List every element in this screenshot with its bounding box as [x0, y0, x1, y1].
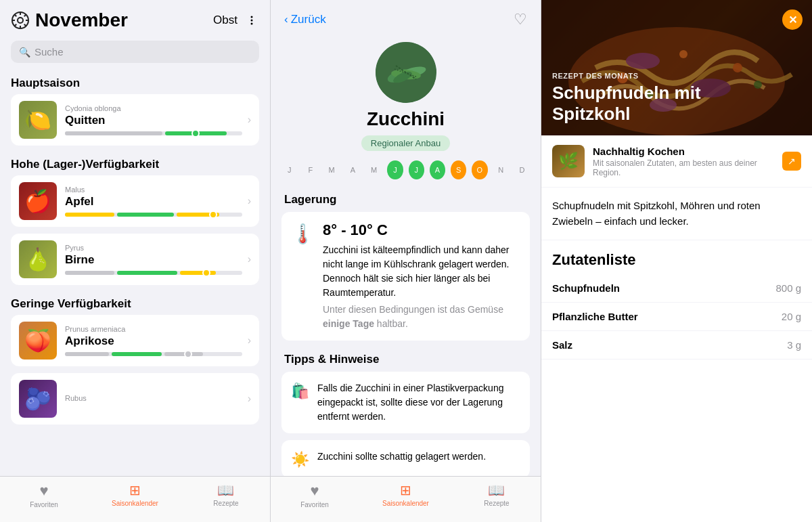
- recipe-title: Schupfnudeln mit Spitzkohl: [552, 83, 801, 125]
- panel1-tab-bar: ♥ Favoriten ⊞ Saisonkalender 📖 Rezepte: [0, 476, 270, 522]
- tip-card-2: ☀️ Zucchini sollte schattig gelagert wer…: [281, 440, 530, 476]
- menu-icon[interactable]: [244, 13, 259, 28]
- tab-favoriten-p2[interactable]: ♥ Favoriten: [294, 482, 335, 508]
- svg-point-10: [251, 16, 253, 18]
- panel2-header: ‹ Zurück ♡: [271, 0, 541, 34]
- rubus-latin: Rubus: [65, 394, 242, 402]
- tip-card-1: 🛍️ Falls die Zucchini in einer Plastikve…: [281, 372, 530, 433]
- rezepte-label-p2: Rezepte: [484, 500, 509, 507]
- recipe-title-line2: Spitzkohl: [552, 104, 631, 124]
- food-item-quitten[interactable]: 🍋 Cydonia oblonga Quitten ›: [11, 94, 259, 146]
- quitten-image: 🍋: [19, 101, 57, 139]
- panel1-header: November Obst: [0, 0, 270, 37]
- tab-rezepte-p1[interactable]: 📖 Rezepte: [206, 482, 246, 507]
- rezepte-label-p1: Rezepte: [213, 500, 238, 507]
- food-item-rubus[interactable]: 🫐 Rubus ›: [11, 373, 259, 425]
- nachhaltig-link-button[interactable]: ↗: [782, 152, 801, 171]
- ingredient-name-2: Salz: [552, 339, 572, 351]
- close-button[interactable]: ✕: [782, 9, 803, 30]
- recipe-title-line1: Schupfnudeln mit: [552, 83, 701, 103]
- search-icon: 🔍: [19, 47, 30, 58]
- storage-section-label: Lagerung: [271, 190, 541, 212]
- favoriten-label-p2: Favoriten: [300, 501, 329, 508]
- product-name: Zucchini: [271, 108, 541, 130]
- ingredient-schupfnudeln: Schupfnudeln 800 g: [541, 274, 812, 303]
- birne-info: Pyrus Birne: [65, 244, 242, 275]
- panel2-tab-bar: ♥ Favoriten ⊞ Saisonkalender 📖 Rezepte: [271, 476, 541, 522]
- apfel-bar: [65, 213, 242, 217]
- recipe-badge: REZEPT DES MONATS: [552, 72, 801, 80]
- tab-rezepte-p2[interactable]: 📖 Rezepte: [476, 482, 517, 507]
- zucchini-svg: [376, 42, 436, 103]
- rubus-chevron: ›: [248, 393, 251, 405]
- food-item-aprikose[interactable]: 🍑 Prunus armeniaca Aprikose ›: [11, 315, 259, 366]
- section-hohe: Hohe (Lager-)Verfügbarkeit: [0, 152, 270, 175]
- rubus-info: Rubus: [65, 394, 242, 404]
- ingredients-header: Zutatenliste: [541, 240, 812, 274]
- nachhaltig-card: 🌿 Nachhaltig Kochen Mit saisonalen Zutat…: [541, 135, 812, 188]
- aprikose-bar: [65, 352, 242, 356]
- search-bar[interactable]: 🔍 Suche: [11, 41, 259, 63]
- panel-seasonal-calendar: November Obst 🔍 Suche Hauptsaison 🍋 Cydo…: [0, 0, 271, 522]
- storage-duration: Unter diesen Bedingungen ist das Gemüse …: [323, 303, 520, 331]
- zucchini-image-container: [271, 34, 541, 108]
- svg-point-11: [251, 20, 253, 22]
- hero-content: REZEPT DES MONATS Schupfnudeln mit Spitz…: [541, 61, 812, 135]
- back-chevron: ‹: [284, 13, 288, 26]
- zucchini-circle-image: [376, 42, 436, 103]
- gear-icon: [11, 11, 30, 30]
- tip-1-text: Falls die Zucchini in einer Plastikverpa…: [317, 381, 520, 424]
- saisonkalender-label-p1: Saisonkalender: [112, 500, 158, 507]
- food-item-apfel[interactable]: 🍎 Malus Apfel ›: [11, 175, 259, 227]
- food-item-birne[interactable]: 🍐 Pyrus Birne ›: [11, 234, 259, 285]
- tab-saisonkalender-p2[interactable]: ⊞ Saisonkalender: [382, 482, 429, 507]
- rezepte-icon-p1: 📖: [217, 482, 234, 498]
- back-label: Zurück: [291, 13, 326, 26]
- recipe-hero: REZEPT DES MONATS Schupfnudeln mit Spitz…: [541, 0, 812, 135]
- month-oct: O: [472, 160, 487, 179]
- nachhaltig-subtitle: Mit saisonalen Zutaten, am besten aus de…: [593, 158, 774, 177]
- section-geringe: Geringe Verfügbarkeit: [0, 292, 270, 315]
- ingredient-amount-1: 20 g: [782, 311, 801, 322]
- filter-label[interactable]: Obst: [213, 14, 238, 27]
- back-button[interactable]: ‹ Zurück: [284, 13, 326, 26]
- month-mar: M: [324, 160, 340, 179]
- quitten-chevron: ›: [248, 114, 251, 126]
- food-list-scroll: Hauptsaison 🍋 Cydonia oblonga Quitten › …: [0, 71, 270, 476]
- panel3-scroll: 🌿 Nachhaltig Kochen Mit saisonalen Zutat…: [541, 135, 812, 522]
- birne-name: Birne: [65, 253, 242, 267]
- ingredient-amount-0: 800 g: [775, 282, 801, 294]
- month-feb: F: [302, 160, 318, 179]
- favoriten-icon-p2: ♥: [310, 482, 319, 500]
- recipe-description: Schupfnudeln mit Spitzkohl, Möhren und r…: [541, 188, 812, 240]
- birne-latin: Pyrus: [65, 244, 242, 252]
- svg-point-1: [18, 18, 23, 23]
- rubus-image: 🫐: [19, 380, 57, 418]
- tips-section-label: Tipps & Hinweise: [271, 350, 541, 372]
- favorite-button[interactable]: ♡: [514, 11, 527, 28]
- month-apr: A: [345, 160, 361, 179]
- storage-card: 🌡️ 8° - 10° C Zucchini ist kälteempfindl…: [281, 212, 530, 341]
- birne-chevron: ›: [248, 253, 251, 265]
- nachhaltig-content: Nachhaltig Kochen Mit saisonalen Zutaten…: [593, 146, 774, 177]
- favoriten-label-p1: Favoriten: [30, 501, 58, 508]
- title-group: November: [11, 9, 128, 31]
- month-availability-row: J F M A M J J A S O N D: [271, 160, 541, 179]
- tab-saisonkalender-p1[interactable]: ⊞ Saisonkalender: [112, 482, 158, 507]
- month-aug: A: [430, 160, 445, 179]
- quitten-bar: [65, 131, 242, 135]
- ingredient-butter: Pflanzliche Butter 20 g: [541, 303, 812, 331]
- aprikose-latin: Prunus armeniaca: [65, 325, 242, 333]
- quitten-info: Cydonia oblonga Quitten: [65, 104, 242, 135]
- saisonkalender-label-p2: Saisonkalender: [382, 500, 429, 507]
- nachhaltig-title: Nachhaltig Kochen: [593, 146, 774, 157]
- apfel-latin: Malus: [65, 186, 242, 194]
- aprikose-info: Prunus armeniaca Aprikose: [65, 325, 242, 356]
- panel-recipe: REZEPT DES MONATS Schupfnudeln mit Spitz…: [541, 0, 812, 522]
- apfel-name: Apfel: [65, 195, 242, 209]
- tab-favoriten-p1[interactable]: ♥ Favoriten: [24, 482, 64, 508]
- month-jul: J: [409, 160, 424, 179]
- month-dec: D: [514, 160, 530, 179]
- regional-badge: Regionaler Anbau: [271, 135, 541, 151]
- apfel-chevron: ›: [248, 195, 251, 207]
